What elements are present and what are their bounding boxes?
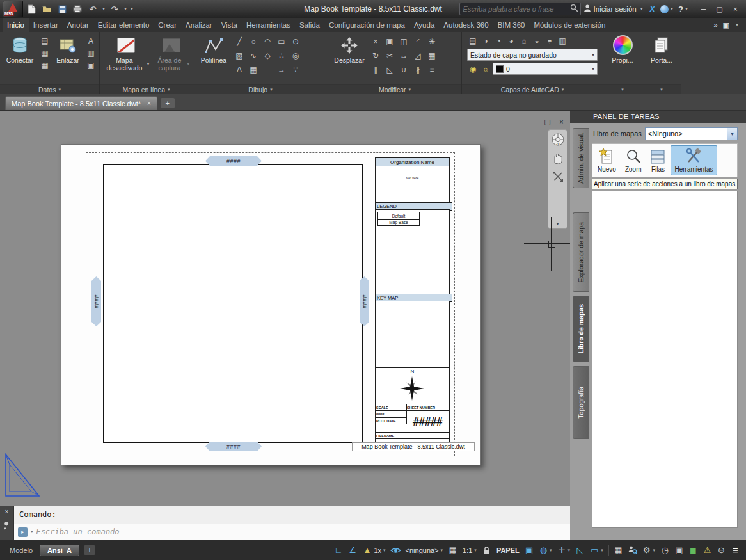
command-input-placeholder[interactable]: Escriba un comando — [36, 527, 120, 536]
workspace-grid-icon[interactable]: ▦ — [612, 543, 625, 557]
ribbon-display-icon[interactable]: ▣ — [723, 21, 729, 29]
measure-icon[interactable]: ∵ — [290, 64, 301, 76]
draw-rectangle-icon[interactable]: ▭ — [276, 36, 287, 47]
filter-minus-icon[interactable]: ⊖ — [715, 543, 728, 557]
spline-icon[interactable]: ∿ — [248, 50, 259, 61]
tab-anotar[interactable]: Anotar — [63, 18, 93, 32]
tab-configuracion-de-mapa[interactable]: Configuración de mapa — [324, 18, 409, 32]
signin-dropdown-icon[interactable]: ▾ — [639, 3, 644, 15]
tools-map-book-button[interactable]: Herramientas — [671, 145, 717, 175]
selection-dropdown-icon[interactable]: ▾ — [601, 548, 603, 553]
polar-tracking-icon[interactable]: ∠ — [346, 543, 360, 557]
tab-ayuda[interactable]: Ayuda — [409, 18, 439, 32]
layer-match-icon[interactable]: ◓ — [544, 35, 555, 47]
graphics-cube-icon[interactable]: ◼ — [686, 543, 700, 557]
steering-wheel-icon[interactable]: 2D — [550, 132, 566, 147]
ribbon-display-dropdown-icon[interactable]: ▾ — [734, 19, 740, 31]
grip-top[interactable]: #### — [205, 156, 262, 166]
new-map-book-button[interactable]: Nuevo — [594, 145, 620, 175]
panel-modificar-footer[interactable]: Modificar ▾ — [328, 84, 461, 94]
zoom-map-book-button[interactable]: Zoom — [621, 145, 646, 175]
explode-icon[interactable]: ✳ — [426, 36, 438, 47]
online-map-off-button[interactable]: Mapa desactivado▾ — [102, 33, 150, 73]
break-icon[interactable]: ∦ — [412, 64, 424, 76]
link-button[interactable]: Enlazar — [52, 33, 84, 65]
annotation-visibility-eye-icon[interactable] — [389, 543, 402, 557]
clean-screen-icon[interactable]: ▣ — [672, 543, 686, 557]
tab-salida[interactable]: Salida — [295, 18, 324, 32]
geolocation-button[interactable]: ◍ ▾ — [537, 543, 555, 557]
tab-editar-elemento[interactable]: Editar elemento — [93, 18, 154, 32]
model-tab[interactable]: Modelo — [4, 547, 38, 554]
zoom-extents-icon[interactable] — [550, 169, 566, 184]
selection-cycling-button[interactable]: ▭ ▾ — [587, 543, 606, 557]
layer-thaw-sun-icon[interactable]: ☼ — [480, 63, 491, 75]
draw-arc-icon[interactable]: ◠ — [262, 36, 273, 47]
customization-menu-icon[interactable]: ≡ — [729, 543, 742, 557]
annotate-feature-icon[interactable]: A — [85, 35, 97, 47]
viewport-scale-dropdown-icon[interactable]: ▾ — [474, 548, 477, 553]
undo-icon[interactable]: ↶ — [86, 3, 100, 15]
erase-icon[interactable]: × — [370, 36, 381, 47]
text-icon[interactable]: A — [234, 64, 245, 76]
panel-dibujo-footer[interactable]: Dibujo ▾ — [193, 84, 328, 94]
align-icon[interactable]: ≡ — [426, 64, 438, 76]
redo-icon[interactable]: ↷ — [107, 3, 122, 15]
a360-dropdown-icon[interactable]: ▾ — [669, 3, 674, 15]
layout-paper[interactable]: #### #### #### #### Organization Name te… — [61, 144, 481, 465]
panel-portaplanos-expand-icon[interactable]: ▾ — [660, 87, 663, 92]
panel-propiedades-expand-icon[interactable]: ▾ — [621, 87, 624, 92]
draw-circle-icon[interactable]: ○ — [248, 36, 259, 47]
draw-line-icon[interactable]: ╱ — [234, 36, 245, 47]
command-customize-wrench-icon[interactable] — [3, 521, 11, 532]
map-off-dropdown-icon[interactable]: ▾ — [147, 61, 150, 67]
plot-icon[interactable] — [70, 3, 84, 15]
ray-icon[interactable]: → — [276, 64, 287, 76]
layer-state-combo[interactable]: Estado de capa no guardado ▾ — [467, 49, 598, 61]
tab-inicio[interactable]: Inicio — [3, 18, 29, 32]
undo-dropdown-icon[interactable]: ▾ — [101, 3, 106, 15]
offset-icon[interactable]: ∥ — [370, 64, 381, 76]
settings-button[interactable]: ⚙ ▾ — [640, 543, 658, 557]
polyline-button[interactable]: Polilínea — [195, 33, 232, 65]
viewport-grid-icon[interactable]: ▦ — [446, 543, 459, 557]
command-input-row[interactable]: ▸ ▾ Escriba un comando — [14, 524, 570, 540]
connect-button[interactable]: Conectar — [2, 33, 38, 65]
grip-left[interactable]: #### — [91, 276, 101, 326]
rotate-icon[interactable]: ↻ — [370, 50, 381, 61]
ortho-toggle-icon[interactable]: ∟ — [332, 543, 345, 557]
viewport-close-icon[interactable]: × — [557, 118, 566, 126]
annotation-monitor-icon[interactable]: ⚠ — [701, 543, 714, 557]
tab-libro-de-mapas[interactable]: Libro de mapas — [573, 296, 589, 362]
document-tab[interactable]: Map Book Template - 8.5x11 Classic.dwt* … — [5, 96, 157, 110]
panel-datos-expand-icon[interactable]: ▾ — [58, 87, 61, 92]
chamfer-icon[interactable]: ◺ — [384, 64, 395, 76]
panel-propiedades-footer[interactable]: ▾ — [603, 84, 642, 94]
join-icon[interactable]: ∪ — [398, 64, 409, 76]
navbar-dropdown-icon[interactable]: ▾ — [556, 221, 559, 227]
new-file-icon[interactable] — [24, 3, 38, 15]
help-button[interactable]: ? ▾ — [677, 3, 690, 15]
stretch-icon[interactable]: ↔ — [398, 50, 409, 61]
schema-icon[interactable]: ▦ — [39, 60, 51, 71]
tab-crear[interactable]: Crear — [154, 18, 181, 32]
map-book-tree-area[interactable] — [592, 191, 738, 528]
drafting-triangle-icon[interactable]: ◺ — [573, 543, 587, 557]
tab-modulos-de-extension[interactable]: Módulos de extensión — [529, 18, 610, 32]
a360-button[interactable]: ▾ — [659, 3, 676, 15]
sheet-set-button[interactable]: Porta... — [644, 33, 679, 65]
tab-explorador-de-mapa[interactable]: Explorador de mapa — [573, 212, 589, 292]
isolate-objects-button[interactable]: ✛ ▾ — [555, 543, 573, 557]
move-button[interactable]: Desplazar — [330, 33, 369, 65]
close-button[interactable]: × — [727, 3, 743, 15]
layer-freeze-icon[interactable]: ☼ — [518, 35, 530, 47]
new-drawing-tab-button[interactable]: + — [161, 98, 175, 108]
grip-bottom[interactable]: #### — [205, 442, 262, 451]
tab-autodesk-360[interactable]: Autodesk 360 — [439, 18, 493, 32]
define-query-icon[interactable]: ▤ — [39, 35, 51, 47]
layer-state-dropdown-icon[interactable]: ▾ — [592, 52, 594, 58]
map-book-select[interactable]: <Ninguno> ▾ — [645, 127, 738, 140]
exchange-apps-icon[interactable]: X — [647, 4, 658, 14]
layer-dropdown-icon[interactable]: ▾ — [592, 66, 594, 72]
panel-modificar-expand-icon[interactable]: ▾ — [409, 87, 411, 92]
